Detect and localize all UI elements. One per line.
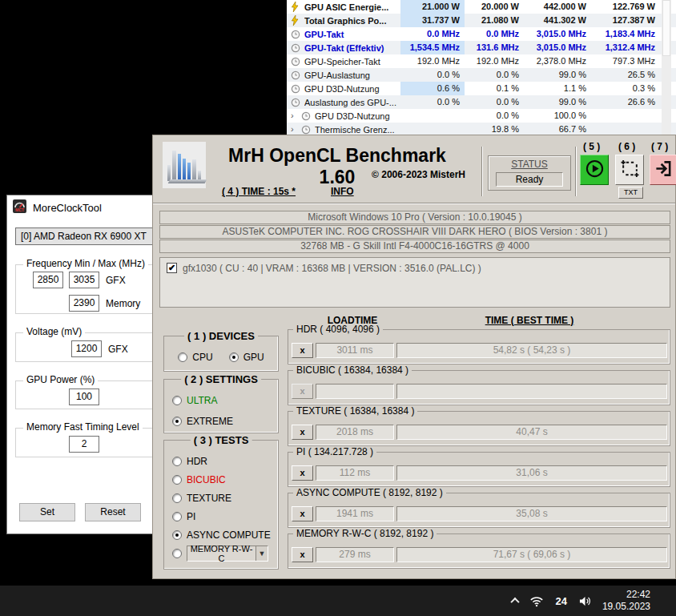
svg-text:MCT: MCT <box>15 207 25 212</box>
clear-result-button[interactable]: x <box>292 465 313 481</box>
sensor-value: 192.0 MHz <box>465 54 524 68</box>
scrollbar-thumb[interactable] <box>662 0 670 56</box>
tray-number-badge[interactable]: 24 <box>549 586 572 616</box>
mct-voltage-gfx-label: GFX <box>108 344 128 355</box>
select-button-number: ( 6 ) <box>618 141 635 152</box>
taskbar-clock[interactable]: 22:42 19.05.2023 <box>602 589 650 613</box>
txt-export-button[interactable]: TXT <box>618 187 643 199</box>
status-label: STATUS <box>489 159 570 170</box>
time-value: 71,67 s ( 69,06 s ) <box>396 547 667 562</box>
mct-window-title: MoreClockTool <box>33 202 102 214</box>
sysinfo-motherboard: ASUSTeK COMPUTER INC. ROG CROSSHAIR VIII… <box>159 225 670 239</box>
clear-result-button: x <box>292 384 313 399</box>
radio-texture-circle[interactable] <box>172 493 182 503</box>
sensor-value: 100.0 % <box>524 109 591 123</box>
radio-pi[interactable]: PI <box>172 510 278 523</box>
chevron-right-icon[interactable]: › <box>291 123 301 135</box>
sensor-row[interactable]: ›GPU D3D-Nutzung0.0 %100.0 % <box>287 109 676 123</box>
benchmark-title: MrH OpenCL Benchmark 1.60 <box>209 145 465 188</box>
taskbar-time: 22:42 <box>602 589 650 601</box>
clear-result-button[interactable]: x <box>292 343 313 358</box>
radio-bicubic[interactable]: BICUBIC <box>172 473 278 486</box>
mct-set-button[interactable]: Set <box>19 503 75 521</box>
clock-icon <box>291 42 302 53</box>
sensor-row[interactable]: GPU-Takt0.0 MHz0.0 MHz3,015.0 MHz1,183.4… <box>287 27 676 41</box>
loadtime-value <box>316 384 394 399</box>
sensor-value: 66.7 % <box>524 123 591 135</box>
tray-overflow-chevron-icon[interactable] <box>506 586 524 616</box>
radio-ultra[interactable]: ULTRA <box>172 394 278 407</box>
tests-dropdown[interactable]: MEMORY R-W-C▼ <box>187 546 268 562</box>
sensor-row[interactable]: GPU-Takt (Effektiv)1,534.5 MHz131.6 MHz3… <box>287 41 676 54</box>
radio-extreme[interactable]: EXTREME <box>172 415 278 428</box>
sensor-row-label: GPU-Takt (Effektiv) <box>304 43 400 53</box>
sensor-value: 192.0 MHz <box>400 54 465 68</box>
mct-freq-max-input[interactable]: 3035 <box>69 272 99 288</box>
radio-texture[interactable]: TEXTURE <box>172 492 278 505</box>
sensor-value <box>400 123 465 135</box>
mct-freq-min-input[interactable]: 2850 <box>33 272 63 288</box>
sensor-row-label: GPU-Speicher-Takt <box>304 57 400 66</box>
sensor-row[interactable]: Auslastung des GPU-...0.0 %0.0 %99.0 %26… <box>287 95 676 109</box>
radio-hdr-circle[interactable] <box>172 457 182 466</box>
chevron-down-icon[interactable]: ▼ <box>256 546 268 561</box>
sensor-row[interactable]: Total Graphics Po...31.737 W21.080 W441.… <box>287 14 676 27</box>
screenshot-select-button[interactable] <box>615 155 644 185</box>
mct-voltage-input[interactable]: 1200 <box>71 340 102 357</box>
radio-memory-r-w-c-circle[interactable] <box>172 549 182 558</box>
sensor-value: 0.0 % <box>465 68 524 82</box>
time-link[interactable]: ( 4 ) TIME : 15s * <box>222 186 296 197</box>
sensor-row[interactable]: GPU-Auslastung0.0 %0.0 %99.0 %26.5 % <box>287 68 676 82</box>
radio-async-compute-circle[interactable] <box>172 530 182 540</box>
sensor-value: 1,312.4 MHz <box>591 41 660 54</box>
exit-button[interactable] <box>650 155 676 185</box>
mct-timing-input[interactable]: 2 <box>69 436 99 453</box>
taskbar-date: 19.05.2023 <box>602 601 650 613</box>
sensor-value: 26.6 % <box>591 95 660 109</box>
sensor-value: 131.6 MHz <box>465 41 524 54</box>
radio-extreme-circle[interactable] <box>172 417 182 426</box>
sensor-scrollbar[interactable] <box>662 0 671 135</box>
radio-gpu[interactable]: GPU <box>229 351 264 364</box>
radio-cpu-circle[interactable] <box>178 352 187 362</box>
clear-result-button[interactable]: x <box>292 547 313 562</box>
sensor-value: 0.0 % <box>465 109 524 123</box>
radio-hdr-label: HDR <box>187 456 207 467</box>
mct-power-input[interactable]: 100 <box>69 389 99 405</box>
sensor-value: 99.0 % <box>524 95 591 109</box>
sensor-row[interactable]: GPU ASIC Energie...21.000 W20.000 W442.0… <box>287 0 676 14</box>
wifi-icon[interactable] <box>524 586 549 616</box>
radio-hdr[interactable]: HDR <box>172 455 278 468</box>
radio-memory-r-w-c[interactable]: MEMORY R-W-C▼ <box>172 547 278 560</box>
mct-reset-button[interactable]: Reset <box>85 503 141 521</box>
mct-timing-label: Memory Fast Timing Level <box>23 421 143 433</box>
clear-result-button[interactable]: x <box>292 506 313 521</box>
clear-result-button[interactable]: x <box>292 425 313 440</box>
info-link[interactable]: INFO <box>331 186 354 197</box>
sensor-value: 0.0 % <box>400 68 465 82</box>
radio-cpu[interactable]: CPU <box>178 351 212 364</box>
gpu-device-checkbox[interactable]: ✔ <box>167 263 177 273</box>
devices-group: ( 1 ) DEVICES CPUGPU <box>163 336 279 372</box>
sensor-row[interactable]: GPU-Speicher-Takt192.0 MHz192.0 MHz2,378… <box>287 54 676 68</box>
mct-freq-mem-input[interactable]: 2390 <box>69 295 99 312</box>
radio-gpu-circle[interactable] <box>229 352 239 362</box>
volume-icon[interactable] <box>573 586 598 616</box>
sensor-value: 99.0 % <box>524 68 591 82</box>
chevron-right-icon[interactable]: › <box>291 109 301 123</box>
sensor-row[interactable]: GPU D3D-Nutzung0.6 %0.1 %1.1 %0.3 % <box>287 82 676 95</box>
radio-async-compute-label: ASYNC COMPUTE <box>187 529 271 541</box>
loadtime-value: 112 ms <box>316 465 394 481</box>
run-benchmark-button[interactable] <box>580 155 609 185</box>
lightning-icon <box>291 15 302 26</box>
mct-app-icon: MCT <box>13 199 26 215</box>
radio-ultra-circle[interactable] <box>172 396 182 405</box>
radio-async-compute[interactable]: ASYNC COMPUTE <box>172 529 278 542</box>
sensor-value: 21.000 W <box>400 0 465 14</box>
sensor-value: 20.000 W <box>465 0 524 14</box>
result-group-legend: ASYNC COMPUTE ( 8192, 8192 ) <box>293 487 446 498</box>
radio-pi-circle[interactable] <box>172 512 182 521</box>
radio-bicubic-circle[interactable] <box>172 475 182 485</box>
sensor-value: 0.6 % <box>400 82 465 95</box>
sensor-row[interactable]: ›Thermische Grenz...19.8 %66.7 % <box>287 123 676 135</box>
